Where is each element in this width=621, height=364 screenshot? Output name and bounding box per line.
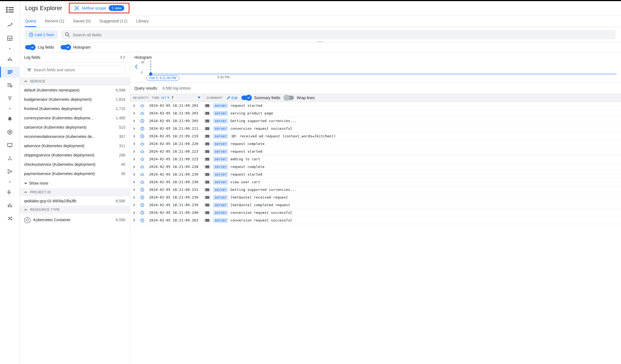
tabs-row: QueryRecent (1)Saved (0)Suggested (11)Li… (20, 15, 621, 27)
rail-import-icon[interactable] (3, 187, 16, 198)
rail-shuffle-icon[interactable] (3, 213, 16, 224)
histogram-prev[interactable] (134, 61, 138, 69)
log-fields-toggle[interactable] (25, 45, 35, 49)
field-row[interactable]: adservice (Kubernetes deployment)311 (20, 141, 130, 150)
rail-filter-icon[interactable] (3, 93, 16, 104)
tab-saved[interactable]: Saved (0) (73, 15, 91, 27)
histogram-toggle[interactable] (61, 45, 70, 49)
rail-bars-icon[interactable] (3, 54, 16, 64)
log-row[interactable]: 2024-02-05 18:21:09.239server[GetQuote] … (130, 194, 621, 201)
field-group-header[interactable]: SERVICE (20, 77, 130, 85)
drag-handle[interactable] (317, 41, 324, 42)
field-row[interactable]: recommendationservice (Kubernetes de...3… (20, 132, 130, 141)
refine-scope-button[interactable]: Refine scope 1 view (69, 3, 129, 13)
log-row[interactable]: 2024-02-05 18:21:09.219serverreceived ad… (130, 132, 621, 140)
search-box[interactable] (61, 30, 616, 39)
main-content: Logs Explorer Refine scope 1 view QueryR… (20, 1, 621, 364)
tab-recent[interactable]: Recent (1) (45, 15, 64, 27)
field-row[interactable]: paymentservice (Kubernetes deployment)30 (20, 169, 130, 178)
rail-target-icon[interactable] (3, 127, 16, 138)
field-group-header[interactable]: RESOURCE TYPE (20, 206, 130, 214)
expand-row-button[interactable] (130, 141, 138, 147)
log-row[interactable]: 2024-02-05 18:21:09.223serveradding to c… (130, 155, 621, 163)
log-row[interactable]: 2024-02-05 18:21:09.230serverview user c… (130, 178, 621, 186)
expand-row-button[interactable] (130, 179, 138, 185)
svg-line-114 (140, 183, 141, 183)
expand-row-button[interactable] (130, 217, 138, 224)
expand-row-button[interactable] (130, 148, 138, 155)
terminal-chip (204, 188, 211, 192)
expand-row-button[interactable] (130, 209, 138, 216)
log-row[interactable]: 2024-02-05 18:21:09.230serverrequest sta… (130, 171, 621, 178)
log-row[interactable]: 2024-02-05 18:21:09.205serverGetting sup… (130, 117, 621, 125)
tab-library[interactable]: Library (136, 15, 149, 27)
show-more-button[interactable]: Show more (20, 178, 130, 188)
field-row[interactable]: loadgenerator (Kubernetes deployment)1,8… (20, 95, 130, 104)
rail-search-list-icon[interactable] (3, 80, 16, 91)
expand-row-button[interactable] (130, 133, 138, 140)
expand-row-button[interactable] (130, 194, 138, 201)
expand-row-button[interactable] (130, 202, 138, 208)
tab-query[interactable]: Query (25, 15, 36, 27)
field-row[interactable]: currencyservice (Kubernetes deployme...1… (20, 113, 130, 123)
edit-summary-button[interactable]: Edit (227, 96, 238, 100)
timezone-chip[interactable]: IST (161, 96, 170, 99)
log-row[interactable]: 2024-02-05 18:21:09.263serverconversion … (130, 217, 621, 224)
field-row[interactable]: shippingservice (Kubernetes deployment)2… (20, 150, 130, 160)
summary-fields-toggle[interactable] (241, 96, 251, 100)
rail-chart-icon[interactable] (3, 20, 16, 31)
rail-nodes-icon[interactable] (3, 153, 16, 164)
rail-bars2-icon[interactable] (3, 200, 16, 211)
search-input[interactable] (73, 32, 612, 37)
rail-logs-icon[interactable] (0, 67, 20, 78)
field-row[interactable]: default (Kubernetes namespace)6,568 (20, 85, 130, 95)
svg-line-58 (144, 114, 144, 114)
col-severity[interactable]: SEVERITY (130, 94, 149, 102)
rail-monitor-icon[interactable] (3, 140, 16, 151)
rail-bell-icon[interactable] (3, 114, 16, 125)
fields-panel-nav[interactable] (120, 55, 125, 59)
col-time[interactable]: TIME IST (149, 94, 204, 102)
time-range-chip[interactable]: Last 1 hour (25, 30, 58, 39)
expand-row-button[interactable] (130, 110, 138, 117)
expand-row-button[interactable] (130, 125, 138, 132)
time-column-menu[interactable] (197, 96, 201, 99)
expand-row-button[interactable] (130, 156, 138, 162)
wrap-lines-toggle[interactable] (284, 96, 294, 100)
menu-logo-icon[interactable] (4, 4, 15, 15)
log-row[interactable]: 2024-02-05 18:21:09.203serverrequest sta… (130, 102, 621, 110)
terminal-chip (204, 157, 211, 161)
tab-suggested[interactable]: Suggested (11) (99, 15, 128, 27)
field-row[interactable]: checkoutservice (Kubernetes deployment)4… (20, 160, 130, 169)
fields-search-box[interactable] (24, 65, 125, 75)
log-row[interactable]: 2024-02-05 18:21:09.231serverGetting sup… (130, 186, 621, 194)
terminal-icon (205, 165, 209, 168)
terminal-chip (204, 165, 211, 169)
log-row[interactable]: 2024-02-05 18:21:09.239server[GetQuote] … (130, 201, 621, 209)
log-row[interactable]: 2024-02-05 18:21:09.228serverrequest com… (130, 163, 621, 171)
log-row[interactable]: 2024-02-05 18:21:09.203serverserving pro… (130, 110, 621, 117)
svg-point-89 (141, 158, 143, 161)
histogram-track[interactable] (149, 73, 617, 75)
log-row[interactable]: 2024-02-05 18:21:09.220serverrequest com… (130, 140, 621, 148)
expand-row-button[interactable] (130, 164, 138, 170)
field-row[interactable]: cartservice (Kubernetes deployment)515 (20, 123, 130, 132)
fields-search-input[interactable] (34, 68, 122, 72)
log-rows: 2024-02-05 18:21:09.203serverrequest sta… (130, 102, 621, 364)
histogram-chart[interactable]: 2K 0 Feb 5, 5:21:00 PM 5:30 PM (141, 61, 617, 80)
log-row[interactable]: 2024-02-05 18:21:09.240serverconversion … (130, 209, 621, 217)
expand-row-button[interactable] (130, 187, 138, 193)
field-group-header[interactable]: PROJECT ID (20, 188, 130, 196)
log-row[interactable]: 2024-02-05 18:21:09.223serverrequest sta… (130, 148, 621, 155)
sort-up-icon[interactable] (171, 96, 174, 99)
expand-row-button[interactable] (130, 171, 138, 178)
field-row[interactable]: qwiklabs-gcp-01-8909a23fa3fb6,590 (20, 196, 130, 206)
expand-row-button[interactable] (130, 102, 138, 109)
field-row[interactable]: Kubernetes Container6,590 (20, 214, 130, 226)
rail-dashboard-icon[interactable] (3, 33, 16, 44)
rail-graph-icon[interactable] (3, 166, 16, 177)
svg-rect-34 (8, 205, 9, 207)
field-row[interactable]: frontend (Kubernetes deployment)1,715 (20, 104, 130, 113)
expand-row-button[interactable] (130, 118, 138, 124)
log-row[interactable]: 2024-02-05 18:21:09.211serverconversion … (130, 125, 621, 132)
